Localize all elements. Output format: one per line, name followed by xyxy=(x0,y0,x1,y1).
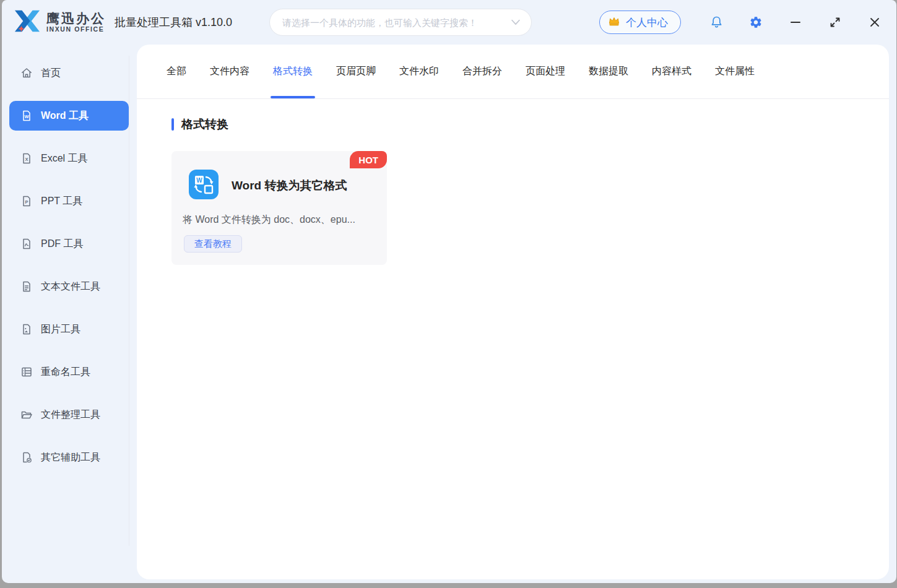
svg-text:W: W xyxy=(24,114,29,119)
sidebar-item-ppt-tools[interactable]: P PPT 工具 xyxy=(9,186,129,216)
doc-shield-icon xyxy=(20,451,33,464)
tab-file-content[interactable]: 文件内容 xyxy=(210,45,249,98)
function-search-combobox[interactable] xyxy=(269,9,532,36)
sidebar-item-label: 首页 xyxy=(41,67,61,80)
rename-grid-icon xyxy=(20,366,33,378)
tab-all[interactable]: 全部 xyxy=(167,45,186,98)
crown-icon xyxy=(607,15,621,30)
section-accent-bar xyxy=(171,118,174,131)
sidebar-item-label: 其它辅助工具 xyxy=(41,451,100,464)
sidebar: 首页 W Word 工具 X Excel 工具 P PPT 工具 PDF 工具 xyxy=(2,45,129,583)
sidebar-item-rename-tools[interactable]: 重命名工具 xyxy=(9,357,129,387)
tab-content-area: 格式转换 HOT W xyxy=(137,99,889,265)
folder-open-icon xyxy=(20,409,33,421)
search-input[interactable] xyxy=(282,17,511,28)
sidebar-item-label: 重命名工具 xyxy=(41,366,90,379)
chevron-down-icon[interactable] xyxy=(511,17,520,28)
top-bar: 鹰迅办公 INXUN OFFICE 批量处理工具箱 v1.10.0 xyxy=(2,0,896,45)
sidebar-item-label: 文件整理工具 xyxy=(41,409,100,422)
tab-merge-split[interactable]: 合并拆分 xyxy=(462,45,502,98)
sidebar-item-home[interactable]: 首页 xyxy=(9,58,129,88)
notification-bell-icon[interactable] xyxy=(709,15,723,29)
sidebar-item-label: Word 工具 xyxy=(41,110,89,123)
excel-doc-icon: X xyxy=(20,152,33,165)
brand-name-cn: 鹰迅办公 xyxy=(46,12,106,25)
sidebar-item-file-organize-tools[interactable]: 文件整理工具 xyxy=(9,400,129,430)
sidebar-item-label: 图片工具 xyxy=(41,323,80,336)
svg-text:W: W xyxy=(196,177,202,184)
tab-content-style[interactable]: 内容样式 xyxy=(652,45,691,98)
brand-name-en: INXUN OFFICE xyxy=(46,26,106,33)
app-title: 批量处理工具箱 v1.10.0 xyxy=(115,15,232,30)
sidebar-item-label: 文本文件工具 xyxy=(41,280,100,293)
ppt-doc-icon: P xyxy=(20,195,33,207)
top-bar-actions: 个人中心 xyxy=(599,11,882,34)
app-logo: 鹰迅办公 INXUN OFFICE xyxy=(13,8,106,37)
sidebar-item-text-file-tools[interactable]: 文本文件工具 xyxy=(9,272,129,301)
word-convert-icon: W xyxy=(189,170,219,202)
logo-x-icon xyxy=(13,8,41,37)
pdf-doc-icon xyxy=(20,238,33,250)
sidebar-item-label: PPT 工具 xyxy=(41,195,82,208)
sidebar-item-image-tools[interactable]: 图片工具 xyxy=(9,314,129,344)
svg-text:P: P xyxy=(25,199,28,205)
app-window: 鹰迅办公 INXUN OFFICE 批量处理工具箱 v1.10.0 xyxy=(2,0,896,583)
hot-badge: HOT xyxy=(350,151,387,168)
user-center-button[interactable]: 个人中心 xyxy=(599,11,681,34)
brand-text: 鹰迅办公 INXUN OFFICE xyxy=(46,12,106,32)
sidebar-item-label: PDF 工具 xyxy=(41,238,83,251)
settings-gear-icon[interactable] xyxy=(749,15,763,29)
tab-data-extract[interactable]: 数据提取 xyxy=(589,45,628,98)
user-center-label: 个人中心 xyxy=(626,15,668,30)
sidebar-item-other-tools[interactable]: 其它辅助工具 xyxy=(9,443,129,472)
maximize-button[interactable] xyxy=(828,15,842,29)
view-tutorial-button[interactable]: 查看教程 xyxy=(184,235,242,253)
sidebar-item-label: Excel 工具 xyxy=(41,152,88,165)
tab-file-watermark[interactable]: 文件水印 xyxy=(399,45,439,98)
sidebar-item-word-tools[interactable]: W Word 工具 xyxy=(9,101,129,131)
card-description: 将 Word 文件转换为 doc、docx、epu... xyxy=(183,214,387,227)
image-file-icon xyxy=(20,323,33,335)
section-title: 格式转换 xyxy=(181,116,228,132)
svg-text:X: X xyxy=(25,157,28,162)
sidebar-item-excel-tools[interactable]: X Excel 工具 xyxy=(9,144,129,173)
minimize-button[interactable] xyxy=(789,15,802,29)
text-file-icon xyxy=(20,280,33,293)
tab-file-properties[interactable]: 文件属性 xyxy=(715,45,755,98)
category-tabs: 全部 文件内容 格式转换 页眉页脚 文件水印 合并拆分 页面处理 数据提取 内容… xyxy=(137,45,889,99)
section-header: 格式转换 xyxy=(171,116,889,132)
home-icon xyxy=(20,67,33,79)
close-button[interactable] xyxy=(868,15,882,29)
tab-format-convert[interactable]: 格式转换 xyxy=(273,45,313,98)
word-doc-icon: W xyxy=(20,110,33,122)
card-title: Word 转换为其它格式 xyxy=(232,178,347,194)
main-panel: 全部 文件内容 格式转换 页眉页脚 文件水印 合并拆分 页面处理 数据提取 内容… xyxy=(137,45,889,579)
tab-page-process[interactable]: 页面处理 xyxy=(526,45,565,98)
tab-header-footer[interactable]: 页眉页脚 xyxy=(336,45,376,98)
sidebar-item-pdf-tools[interactable]: PDF 工具 xyxy=(9,229,129,259)
tool-card-word-convert[interactable]: HOT W Word 转换为 xyxy=(171,151,387,265)
